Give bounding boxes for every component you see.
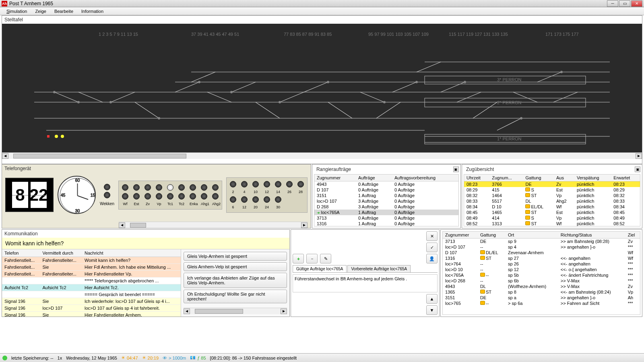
zug-table[interactable]: UhrzeitZugnum...GattungAusVerspätungErwa… (464, 174, 640, 226)
move-down-button[interactable]: ▼ (426, 305, 438, 315)
col-header[interactable]: Ziel (625, 232, 640, 239)
table-row[interactable]: 08:451465STEstpünktlich08:45 (464, 210, 640, 215)
log-row[interactable]: Aufsicht Tc2Aufsicht Tc2Hier Aufsicht Tc… (2, 284, 181, 291)
col-header[interactable]: Auftragsvorbereitung (392, 175, 458, 181)
log-row[interactable]: Fahrdienstleit...SieHier Fdl Arnhem. Ich… (2, 264, 181, 271)
col-header[interactable]: Telefon (2, 249, 40, 257)
col-header[interactable]: Aus (554, 175, 574, 181)
minimize-button[interactable]: ─ (607, 0, 618, 7)
peg-lamp[interactable] (264, 196, 270, 203)
peg-lamp[interactable] (122, 184, 128, 191)
col-header[interactable]: Vermittelt durch (40, 249, 82, 257)
peg-lamp[interactable] (264, 181, 270, 187)
log-row[interactable]: Signal 196SieIch wiederhole: loc>D 107 a… (2, 298, 181, 305)
peg-lamp[interactable] (230, 196, 236, 203)
zug-close[interactable]: ▣ (635, 167, 640, 172)
peg-lamp[interactable] (144, 193, 151, 200)
table-row[interactable]: loc>D 107--sp 4>> angehalten ]-o*** (443, 244, 640, 250)
komm-action-button[interactable]: Gleis Velp-Arnhem ist gesperrt (184, 252, 287, 261)
peg-lamp[interactable] (212, 193, 219, 200)
table-row[interactable]: D 2683 Aufträge0 Aufträge (314, 204, 458, 210)
telefon-scroll[interactable]: ◀▶ (119, 222, 308, 228)
peg-lamp[interactable] (297, 181, 304, 187)
peg-lamp[interactable] (230, 181, 236, 187)
edit-order-button[interactable]: ✎ (320, 254, 331, 263)
table-row[interactable]: 3151DEsp a>> angehalten ]-oAh (443, 295, 640, 300)
peg-lamp[interactable] (167, 193, 173, 200)
peg-lamp[interactable] (201, 184, 207, 191)
peg-lamp[interactable] (133, 184, 140, 191)
log-row[interactable]: ===== Gespräch ist beendet ===== (2, 291, 181, 298)
add-order-button[interactable]: ＋ (293, 254, 304, 263)
table-row[interactable]: loc>D 1073 Aufträge0 Aufträge (314, 198, 458, 204)
table-row[interactable]: 37130 Aufträge0 Aufträge (314, 215, 458, 221)
col-header[interactable]: Uhrzeit (464, 175, 489, 181)
komm-action-button[interactable]: Ich verlange das Anbieten aller Züge auf… (184, 273, 287, 288)
peg-lamp[interactable] (212, 184, 219, 191)
sound-icon[interactable] (2, 356, 7, 360)
zug-status-table[interactable]: ZugnummerGattungOrtRichtung/StatusZiel37… (442, 231, 640, 315)
confirm-order-button[interactable]: ✓ (426, 243, 438, 252)
cancel-order-button[interactable]: ✕ (426, 231, 438, 241)
table-row[interactable]: loc>D 10--sp 12<<- o-[ angehalten*** (443, 267, 640, 272)
table-row[interactable]: loc>D 268--sp 6b>> V-Max*** (443, 278, 640, 284)
table-row[interactable]: 08:233766DEZvpünktlich08:23 (464, 181, 640, 187)
table-row[interactable]: 31511 Auftrag0 Aufträge (314, 193, 458, 198)
peg-lamp[interactable] (190, 184, 196, 191)
table-row[interactable]: 1316STsp 27<<- angehaltenWf (443, 255, 640, 261)
menu-zeige[interactable]: Zeige (31, 8, 50, 14)
scroll-thumb[interactable] (13, 154, 186, 158)
peg-lamp[interactable] (156, 184, 162, 191)
peg-lamp[interactable] (178, 184, 185, 191)
tab-gueltige[interactable]: Gültige Aufträge loc<765A (293, 265, 347, 272)
table-row[interactable]: D 1070 Aufträge0 Aufträge (314, 187, 458, 193)
table-row[interactable]: loc>765--> sp 6a>> Fahren auf Sicht*** (443, 300, 640, 306)
status-speed[interactable]: 1x (58, 356, 62, 360)
table-row[interactable]: 3713DEsp 9>> am Bahnsteig (08:28)Zv (443, 239, 640, 245)
table-row[interactable]: 08:321464STVppünktlich08:32 (464, 193, 640, 198)
table-row[interactable]: 49430 Aufträge0 Aufträge (314, 181, 458, 187)
table-row[interactable]: loc<765A1 Auftrag0 Aufträge (314, 210, 458, 215)
move-up-button[interactable]: ▲ (426, 294, 438, 304)
menu-information[interactable]: Information (77, 8, 107, 14)
table-row[interactable]: 08:521313STWfpünktlich08:52 (464, 221, 640, 226)
komm-log[interactable]: TelefonVermittelt durchNachrichtFahrdien… (2, 249, 181, 317)
table-row[interactable]: loc>764--sp 26<<- angehalten*** (443, 261, 640, 267)
maximize-button[interactable]: ▭ (619, 0, 630, 7)
col-header[interactable]: Gattung (478, 232, 506, 239)
peg-lamp[interactable] (275, 181, 281, 187)
scroll-right-arrow[interactable]: ▶ (636, 153, 642, 159)
table-row[interactable]: 13161 Auftrag0 Aufträge (314, 221, 458, 226)
scroll-left-arrow[interactable]: ◀ (2, 153, 8, 159)
log-row[interactable]: Signal 196loc>D 107loc>D 107 auf Gleis s… (2, 305, 181, 312)
col-header[interactable]: Gattung (523, 175, 553, 181)
close-button[interactable]: ✕ (631, 0, 642, 7)
menu-simulation[interactable]: Simulation (2, 8, 31, 14)
table-row[interactable]: 08:49414SVppünktlich08:49 (464, 215, 640, 221)
peg-lamp[interactable] (201, 193, 207, 200)
rangier-close[interactable]: ▣ (453, 167, 459, 172)
peg-lamp[interactable] (167, 184, 173, 191)
wekken-switch[interactable] (104, 192, 110, 198)
peg-lamp[interactable] (190, 193, 196, 200)
table-row[interactable]: 08:34D 10EL/DLWfpünktlich08:34 (464, 204, 640, 210)
menu-bearbeite[interactable]: Bearbeite (50, 8, 77, 14)
peg-lamp[interactable] (275, 196, 281, 203)
col-header[interactable]: Zugnummer (443, 232, 478, 239)
remove-order-button[interactable]: － (306, 254, 318, 263)
table-row[interactable]: loc<765A--sp 5b<<- ändert Fahrtrichtung*… (443, 272, 640, 278)
table-row[interactable]: D 107DL/ELZevenaar-ArnhemWf (443, 250, 640, 255)
table-row[interactable]: 1365STsp 8<<- am Bahnsteig (08:24)Vp (443, 289, 640, 295)
peg-lamp[interactable] (144, 184, 151, 191)
table-row[interactable]: 4943DL(Wolfheze-Arnhem)>> V-MaxZv (443, 284, 640, 289)
col-header[interactable]: Nachricht (82, 249, 181, 257)
peg-lamp[interactable] (178, 193, 185, 200)
table-row[interactable]: 08:335517DLAhg2pünktlich08:33 (464, 198, 640, 204)
peg-lamp[interactable] (122, 193, 128, 200)
peg-lamp[interactable] (241, 181, 248, 187)
col-header[interactable]: Zugnummer (314, 175, 356, 181)
person-button[interactable]: 👤 (426, 254, 438, 263)
col-header[interactable]: Ort (506, 232, 558, 239)
col-header[interactable]: Richtung/Status (558, 232, 625, 239)
col-header[interactable]: Aufträge (356, 175, 392, 181)
